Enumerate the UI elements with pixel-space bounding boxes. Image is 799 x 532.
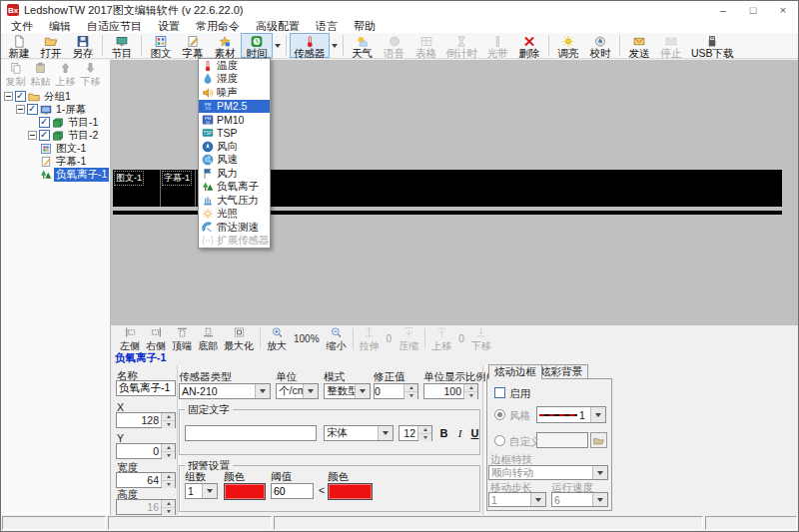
close-button[interactable]: ×: [768, 1, 798, 19]
chevron-down-icon[interactable]: [303, 384, 318, 398]
font-combo[interactable]: 宋体: [324, 425, 394, 441]
maximize-region-button[interactable]: 最大化: [221, 326, 257, 350]
subtitle-button[interactable]: 字幕: [177, 33, 209, 58]
spin-down-icon[interactable]: [162, 452, 175, 459]
sensor-type-combo[interactable]: AN-210: [179, 383, 271, 399]
bold-button[interactable]: B: [437, 427, 450, 439]
menu-item-anion[interactable]: 负氧离子: [199, 181, 270, 195]
spin-up-icon[interactable]: [162, 444, 175, 452]
tree-checkbox[interactable]: [15, 91, 26, 102]
spin-down-icon[interactable]: [418, 434, 431, 441]
tree-item-graphic-1[interactable]: 图文-1: [1, 142, 111, 155]
align-left-button[interactable]: 左侧: [117, 326, 143, 350]
name-input[interactable]: [116, 380, 176, 396]
browse-button[interactable]: [590, 432, 607, 448]
collapse-expander-icon[interactable]: [28, 131, 37, 140]
width-spinner[interactable]: 64: [116, 472, 176, 488]
spin-up-icon[interactable]: [162, 473, 175, 481]
y-spinner[interactable]: 0: [116, 443, 176, 459]
program-button[interactable]: 节目: [106, 33, 138, 58]
menu-language[interactable]: 语言: [308, 19, 346, 33]
custom-radio[interactable]: [494, 435, 505, 446]
tree-item-group-1[interactable]: 分组1: [1, 90, 111, 103]
brightness-button[interactable]: 调亮: [552, 33, 584, 58]
collapse-expander-icon[interactable]: [16, 105, 25, 114]
spin-up-icon[interactable]: [404, 384, 417, 392]
alarm-color-swatch-2[interactable]: [328, 483, 373, 500]
save-as-button[interactable]: 另存: [67, 33, 99, 58]
italic-button[interactable]: I: [453, 427, 466, 439]
menu-edit[interactable]: 编辑: [41, 19, 79, 33]
font-size-spinner[interactable]: 12: [399, 425, 432, 441]
x-spinner[interactable]: 128: [116, 412, 176, 428]
spin-up-icon[interactable]: [464, 384, 477, 392]
spin-up-icon[interactable]: [418, 426, 431, 434]
zoom-in-button[interactable]: 放大: [264, 326, 290, 350]
object-tab[interactable]: 负氧离子-1: [115, 351, 166, 365]
time-dropdown-arrow[interactable]: [273, 33, 283, 58]
spin-down-icon[interactable]: [404, 392, 417, 399]
spin-up-icon[interactable]: [162, 413, 175, 421]
menu-settings[interactable]: 设置: [150, 19, 188, 33]
zoom-out-button[interactable]: 缩小: [324, 326, 350, 350]
chevron-down-icon[interactable]: [255, 384, 270, 398]
align-right-button[interactable]: 右侧: [143, 326, 169, 350]
spin-down-icon[interactable]: [464, 392, 477, 399]
enable-checkbox[interactable]: [494, 387, 505, 398]
align-top-button[interactable]: 顶端: [169, 326, 195, 350]
group-count-combo[interactable]: 1: [185, 483, 218, 499]
style-radio[interactable]: [494, 409, 505, 420]
tree-item-subtitle-1[interactable]: 字幕-1: [1, 155, 111, 168]
sensor-dropdown-arrow[interactable]: [330, 33, 340, 58]
spin-down-icon[interactable]: [162, 421, 175, 428]
spin-down-icon[interactable]: [162, 481, 175, 488]
menu-item-temperature[interactable]: 温度: [199, 59, 270, 73]
collapse-expander-icon[interactable]: [4, 92, 13, 101]
tree-checkbox[interactable]: [27, 104, 38, 115]
underline-button[interactable]: U: [468, 427, 481, 439]
style-combo[interactable]: 1: [536, 406, 606, 423]
material-button[interactable]: 素材: [209, 33, 241, 58]
maximize-button[interactable]: □: [738, 1, 768, 19]
weather-button[interactable]: 天气: [347, 33, 379, 58]
menu-file[interactable]: 文件: [3, 19, 41, 33]
menu-item-pm10[interactable]: PM10PM10: [199, 113, 270, 127]
menu-item-wind-force[interactable]: 风力: [199, 167, 270, 181]
menu-advanced-config[interactable]: 高级配置: [248, 19, 308, 33]
unit-combo[interactable]: 个/cm3: [276, 383, 319, 399]
minimize-button[interactable]: –: [708, 1, 738, 19]
tree-item-screen-1[interactable]: 1-屏幕: [1, 103, 111, 116]
correction-spinner[interactable]: 0: [374, 383, 418, 399]
menu-item-tsp[interactable]: TSPTSP: [199, 127, 270, 141]
region-subtitle-1[interactable]: 字幕-1: [161, 170, 196, 207]
menu-item-humidity[interactable]: 湿度: [199, 73, 270, 87]
align-bottom-button[interactable]: 底部: [195, 326, 221, 350]
tree-item-program-2[interactable]: 节目-2: [1, 129, 111, 142]
new-button[interactable]: 新建: [3, 33, 35, 58]
mode-combo[interactable]: 整数型: [324, 383, 371, 399]
menu-item-air-pressure[interactable]: 大气压力: [199, 194, 270, 208]
unit-scale-spinner[interactable]: 100: [423, 383, 478, 399]
alarm-color-swatch[interactable]: [224, 483, 266, 500]
open-button[interactable]: 打开: [35, 33, 67, 58]
tree-checkbox[interactable]: [39, 117, 50, 128]
menu-help[interactable]: 帮助: [346, 19, 384, 33]
send-button[interactable]: 发送: [623, 33, 655, 58]
menu-item-noise[interactable]: 噪声: [199, 86, 270, 100]
tree-checkbox[interactable]: [39, 130, 50, 141]
chevron-down-icon[interactable]: [202, 484, 217, 498]
fixed-text-input[interactable]: [185, 425, 317, 441]
menu-item-wind-direction[interactable]: 风向: [199, 140, 270, 154]
chevron-down-icon[interactable]: [378, 426, 393, 440]
menu-item-pm25[interactable]: PM2.5PM2.5: [199, 100, 270, 114]
chevron-down-icon[interactable]: [355, 384, 370, 398]
menu-item-wind-speed[interactable]: 风速: [199, 154, 270, 168]
region-graphic-1[interactable]: 图文-1: [113, 170, 161, 207]
threshold-input[interactable]: [271, 483, 314, 499]
graphic-text-button[interactable]: 图文: [145, 33, 177, 58]
tree-item-anion-1[interactable]: 负氧离子-1: [1, 168, 111, 181]
chevron-down-icon[interactable]: [590, 407, 605, 422]
tab-dynamic-border[interactable]: 炫动边框: [488, 364, 542, 379]
tab-colorful-background[interactable]: 炫彩背景: [534, 364, 588, 379]
time-sync-button[interactable]: 校时: [584, 33, 616, 58]
